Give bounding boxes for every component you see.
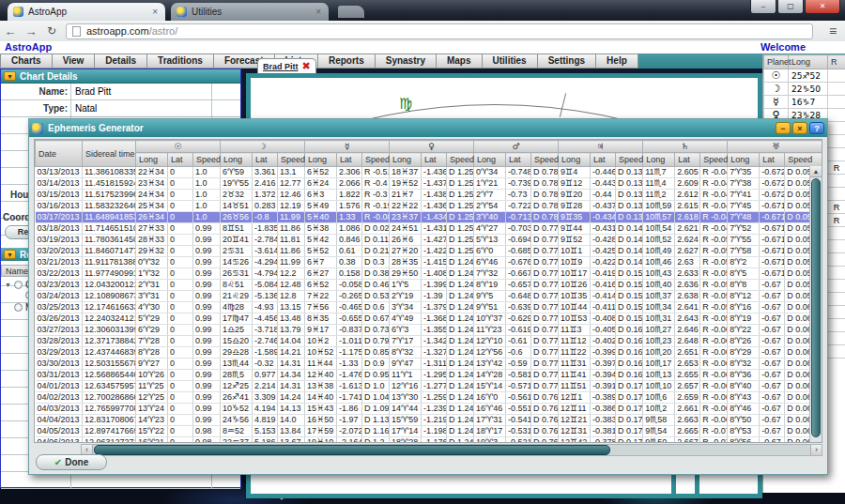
sub-column-header[interactable]: Speed — [278, 153, 305, 167]
ephemeris-row[interactable]: 03/30/201312.5031556789♈2700.9913♏44-0.3… — [36, 359, 823, 370]
ephemeris-row[interactable]: 03/18/201311.71465151027♓3300.998♊51-1.8… — [36, 223, 823, 235]
ephemeris-row[interactable]: 03/15/201311.51752399624♓3401.02♉321.372… — [36, 190, 823, 201]
value-cell: 0.99 — [193, 257, 221, 268]
ephemeris-row[interactable]: 03/24/201312.1089086733♈3100.9921♌29-5.1… — [36, 291, 823, 302]
ephemeris-row[interactable]: 03/27/201312.3060313996♈2900.991♎25-3.71… — [36, 325, 823, 336]
back-icon[interactable]: ← — [0, 24, 21, 38]
sub-column-header[interactable]: Speed — [193, 153, 221, 167]
sub-column-header[interactable]: Speed — [362, 153, 390, 167]
ephemeris-row[interactable]: 03/23/201312.0432001212♈3100.998♌51-5.08… — [36, 280, 823, 291]
chart-tab-brad-pitt[interactable]: Brad Pitt ✖ — [257, 58, 316, 73]
sub-column-header[interactable]: Lat — [168, 153, 193, 167]
ephemeris-row[interactable]: 03/28/201312.3717388427♈2800.9915♎20-2.7… — [36, 336, 823, 347]
sub-column-header[interactable]: Lat — [422, 153, 447, 167]
window-minimize-button[interactable]: – — [750, 0, 776, 14]
horizontal-scrollbar-thumb[interactable] — [94, 445, 610, 455]
radio-button-icon[interactable] — [14, 281, 23, 289]
sub-column-header[interactable]: Lat — [506, 153, 531, 167]
ephemeris-row[interactable]: 04/04/201312.83170806714♈2300.9924♑564.8… — [36, 415, 823, 426]
column-header[interactable]: Date — [36, 141, 83, 167]
radio-button-icon[interactable] — [14, 303, 23, 312]
window-maximize-button[interactable]: ▢ — [777, 0, 804, 14]
chart-tab-close-icon[interactable]: ✖ — [302, 60, 311, 72]
sub-column-header[interactable]: Long — [474, 153, 506, 167]
ephemeris-row[interactable]: 03/14/201311.45181592423♓3401.019♈552.41… — [36, 178, 823, 190]
dialog-help-button[interactable]: ? — [809, 122, 824, 134]
browser-menu-icon[interactable]: ≡ — [821, 23, 845, 38]
window-close-button[interactable]: ✕ — [805, 0, 840, 14]
sub-column-header[interactable]: Lat — [337, 153, 362, 167]
collapse-arrow-icon[interactable]: ▼ — [4, 250, 16, 259]
menu-item-maps[interactable]: Maps — [437, 53, 483, 69]
sub-column-header[interactable]: Long — [559, 153, 591, 167]
detail-value[interactable]: Brad Pitt — [71, 84, 212, 99]
browser-tab-astroapp[interactable]: AstroApp × — [8, 3, 165, 21]
ephemeris-row[interactable]: 04/05/201312.89741766915♈2200.988♒525.15… — [36, 426, 823, 437]
ephemeris-row[interactable]: 04/06/201312.96312727116♈2100.9822♒375.1… — [36, 437, 823, 444]
dialog-close-button[interactable]: × — [792, 122, 807, 134]
sub-column-header[interactable]: Long — [390, 153, 422, 167]
menu-item-view[interactable]: View — [53, 53, 96, 69]
sub-column-header[interactable]: Speed — [700, 153, 728, 167]
sub-column-header[interactable]: Long — [643, 153, 675, 167]
address-bar[interactable]: astroapp.com /astro/ — [66, 23, 813, 39]
menu-item-traditions[interactable]: Traditions — [147, 53, 214, 69]
scroll-up-arrow-icon[interactable]: ▲ — [810, 166, 822, 177]
ephemeris-row[interactable]: 03/17/201311.64894185326♓3401.026♉56-0.8… — [36, 212, 823, 223]
sub-column-header[interactable]: Lat — [253, 153, 278, 167]
reload-icon[interactable]: ↻ — [41, 24, 62, 38]
sub-column-header[interactable]: Lat — [591, 153, 616, 167]
sub-column-header[interactable]: Lat — [760, 153, 785, 167]
sub-column-header[interactable]: Speed — [531, 153, 559, 167]
sub-column-header[interactable]: Long — [728, 153, 760, 167]
tree-expander-icon[interactable]: ▼ — [5, 282, 14, 288]
tab-close-icon[interactable]: × — [150, 7, 160, 17]
collapse-arrow-icon[interactable]: ▼ — [4, 71, 16, 81]
planet-row[interactable]: ☿16♑7 — [764, 96, 845, 109]
forward-icon[interactable]: → — [21, 24, 41, 38]
ephemeris-row[interactable]: 04/01/201312.63457595711♈2500.9912♐252.2… — [36, 381, 823, 392]
ephemeris-row[interactable]: 04/02/201312.70028686612♈2500.9926♐413.3… — [36, 392, 823, 404]
new-tab-button[interactable] — [338, 6, 364, 18]
ephemeris-row[interactable]: 04/03/201312.76599770813♈2400.9910♑524.1… — [36, 404, 823, 415]
sub-column-header[interactable]: Long — [136, 153, 168, 167]
sub-column-header[interactable]: Long — [305, 153, 337, 167]
tab-close-icon[interactable]: × — [314, 7, 323, 17]
ephemeris-row[interactable]: 03/13/201311.38610833522♓3401.06♈593.361… — [36, 167, 823, 178]
done-button[interactable]: ✔Done — [36, 454, 107, 470]
ephemeris-row[interactable]: 03/19/201311.78036145028♓3300.9920♊41-2.… — [36, 235, 823, 246]
dialog-title-bar[interactable]: Ephemeris Generator − × ? — [29, 119, 827, 137]
ephemeris-row[interactable]: 03/25/201312.1746166334♈3000.994♍28-4.93… — [36, 302, 823, 313]
menu-item-synastry[interactable]: Synastry — [376, 53, 437, 69]
sub-column-header[interactable]: Speed — [785, 153, 822, 167]
vertical-scrollbar[interactable]: ▲ — [809, 166, 822, 442]
menu-item-utilities[interactable]: Utilities — [483, 53, 538, 69]
sub-column-header[interactable]: Speed — [616, 153, 643, 167]
dialog-minimize-button[interactable]: − — [776, 122, 791, 134]
column-header[interactable]: Sidereal time — [83, 141, 136, 167]
vertical-scrollbar-thumb[interactable] — [811, 178, 821, 437]
planet-row[interactable]: ☽22♑50 — [764, 83, 845, 96]
menu-item-reports[interactable]: Reports — [318, 53, 376, 69]
menu-item-details[interactable]: Details — [95, 53, 147, 69]
value-cell: R -0.07 — [700, 437, 728, 444]
horizontal-scrollbar[interactable]: ‹ › — [81, 444, 822, 456]
menu-item-charts[interactable]: Charts — [0, 53, 53, 69]
sub-column-header[interactable]: Lat — [675, 153, 700, 167]
detail-value[interactable]: Natal — [71, 100, 212, 116]
ephemeris-row[interactable]: 03/26/201312.2403241215♈2900.9917♍47-4.4… — [36, 313, 823, 325]
ephemeris-row[interactable]: 03/31/201312.56886544010♈2600.9928♏50.97… — [36, 370, 823, 381]
ephemeris-row[interactable]: 03/22/201311.9774909911♈3200.9926♋31-4.7… — [36, 268, 823, 280]
sub-column-header[interactable]: Long — [221, 153, 253, 167]
menu-item-settings[interactable]: Settings — [538, 53, 596, 69]
ephemeris-row[interactable]: 03/16/201311.58323264625♓3401.014♉510.28… — [36, 201, 823, 212]
planet-row[interactable]: ☉25♐52 — [764, 69, 845, 83]
app-brand[interactable]: AstroApp — [5, 41, 52, 53]
ephemeris-row[interactable]: 03/21/201311.9117813880♈3200.9914♋26-4.2… — [36, 257, 823, 268]
menu-item-help[interactable]: Help — [596, 53, 638, 69]
sub-column-header[interactable]: Speed — [447, 153, 474, 167]
ephemeris-row[interactable]: 03/29/201312.4374468398♈2800.9929♎28-1.5… — [36, 347, 823, 359]
scroll-right-arrow-icon[interactable]: › — [810, 445, 822, 455]
ephemeris-row[interactable]: 03/20/201311.84607147729♓3200.992♋31-3.6… — [36, 246, 823, 257]
browser-tab-utilities[interactable]: Utilities × — [171, 3, 329, 21]
